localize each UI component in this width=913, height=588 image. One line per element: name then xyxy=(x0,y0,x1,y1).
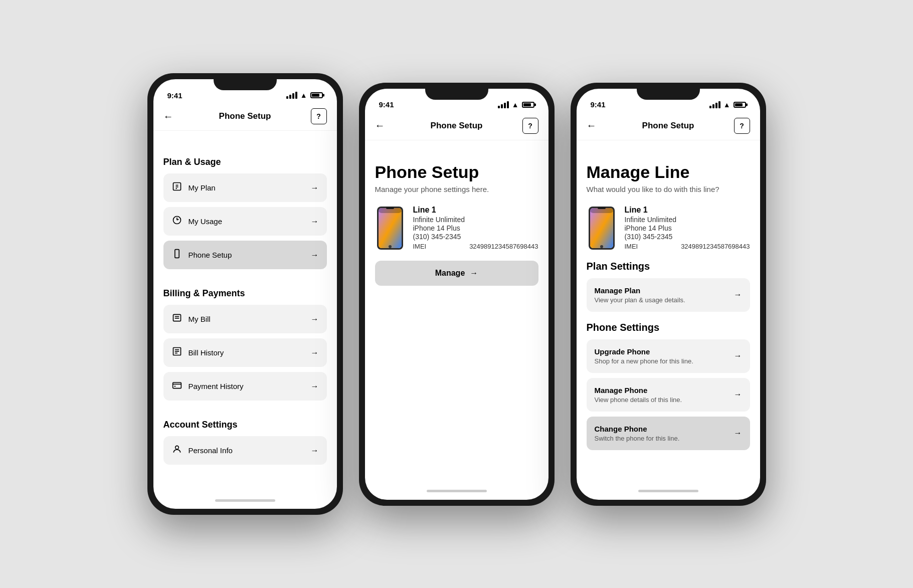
nav-title-3: Phone Setup xyxy=(642,121,694,131)
menu-item-personal-info[interactable]: Personal Info → xyxy=(163,436,327,465)
svg-rect-22 xyxy=(379,208,402,213)
screen2-page-subtitle: Manage your phone settings here. xyxy=(375,185,538,193)
imei-value-2: 3249891234587698443 xyxy=(469,243,538,250)
personal-info-icon xyxy=(171,444,182,457)
battery-icon-3 xyxy=(734,102,746,108)
signal-icon-2 xyxy=(498,101,509,108)
battery-icon-1 xyxy=(310,92,323,98)
imei-value-3: 3249891234587698443 xyxy=(681,243,750,250)
signal-icon-3 xyxy=(709,101,720,108)
home-indicator-3 xyxy=(577,483,760,500)
menu-item-my-bill[interactable]: My Bill → xyxy=(163,305,327,333)
line-device-3: iPhone 14 Plus xyxy=(625,224,750,232)
usage-arrow: → xyxy=(311,217,319,226)
plan-arrow: → xyxy=(311,183,319,192)
back-button-2[interactable]: ← xyxy=(375,120,391,131)
line-imei-2: IMEI 3249891234587698443 xyxy=(413,243,538,250)
home-indicator-1 xyxy=(153,492,337,509)
status-time-3: 9:41 xyxy=(591,100,606,109)
manage-button[interactable]: Manage → xyxy=(375,261,538,286)
manage-plan-title: Manage Plan xyxy=(595,286,685,295)
my-bill-label: My Bill xyxy=(189,315,211,323)
line-device-2: iPhone 14 Plus xyxy=(413,224,538,232)
phone-setup-arrow: → xyxy=(311,251,319,260)
svg-rect-20 xyxy=(379,208,402,248)
line-phone-3: (310) 345-2345 xyxy=(625,233,750,241)
home-indicator-2 xyxy=(365,483,549,500)
line-card-2: Line 1 Infinite Unlimited iPhone 14 Plus… xyxy=(375,206,538,251)
line-name-3: Line 1 xyxy=(625,206,750,215)
help-button-3[interactable]: ? xyxy=(734,118,750,134)
menu-item-payment-history[interactable]: Payment History → xyxy=(163,372,327,401)
my-plan-label: My Plan xyxy=(189,183,216,192)
menu-item-phone-setup[interactable]: Phone Setup → xyxy=(163,241,327,269)
phone-frame-1: 9:41 ▲ ← Phone Setup ? xyxy=(147,73,343,515)
section-header-billing: Billing & Payments xyxy=(163,288,327,299)
svg-rect-16 xyxy=(174,386,175,387)
back-button-1[interactable]: ← xyxy=(163,111,179,122)
bill-icon xyxy=(171,313,182,325)
screen3-page-subtitle: What would you like to do with this line… xyxy=(587,185,750,193)
wifi-icon-1: ▲ xyxy=(300,91,307,99)
status-icons-1: ▲ xyxy=(286,91,323,99)
nav-bar-2: ← Phone Setup ? xyxy=(365,114,549,140)
nav-bar-3: ← Phone Setup ? xyxy=(577,114,760,140)
imei-label-2: IMEI xyxy=(413,243,427,250)
upgrade-phone-title: Upgrade Phone xyxy=(595,347,693,356)
phone-thumbnail-2 xyxy=(375,206,405,251)
bill-history-label: Bill History xyxy=(189,348,224,357)
bill-history-arrow: → xyxy=(311,348,319,357)
svg-rect-26 xyxy=(590,208,613,248)
phone-frame-2: 9:41 ▲ ← Phone Setup ? Phone Setup xyxy=(359,83,555,506)
svg-point-23 xyxy=(389,245,392,248)
plan-settings-header: Plan Settings xyxy=(587,261,750,272)
notch-3 xyxy=(637,83,700,100)
notch-2 xyxy=(425,83,488,100)
wifi-icon-2: ▲ xyxy=(512,101,519,109)
line-phone-2: (310) 345-2345 xyxy=(413,233,538,241)
setting-change-phone[interactable]: Change Phone Switch the phone for this l… xyxy=(587,417,750,450)
notch-1 xyxy=(214,73,277,90)
change-phone-desc: Switch the phone for this line. xyxy=(595,435,680,442)
setting-manage-phone[interactable]: Manage Phone View phone details of this … xyxy=(587,378,750,412)
phone-screen-1: 9:41 ▲ ← Phone Setup ? xyxy=(153,79,337,509)
wifi-icon-3: ▲ xyxy=(723,101,731,109)
setting-upgrade-phone[interactable]: Upgrade Phone Shop for a new phone for t… xyxy=(587,339,750,373)
battery-icon-2 xyxy=(522,102,534,108)
line-info-3: Line 1 Infinite Unlimited iPhone 14 Plus… xyxy=(625,206,750,250)
usage-icon xyxy=(171,215,182,228)
section-header-plan: Plan & Usage xyxy=(163,157,327,167)
menu-item-my-usage[interactable]: My Usage → xyxy=(163,207,327,236)
screen1-content: Plan & Usage My Plan → xyxy=(153,131,337,492)
setting-manage-plan[interactable]: Manage Plan View your plan & usage detai… xyxy=(587,278,750,312)
screen2-content: Phone Setup Manage your phone settings h… xyxy=(365,140,549,483)
menu-item-bill-history[interactable]: Bill History → xyxy=(163,338,327,367)
bill-history-icon xyxy=(171,346,182,359)
line-plan-3: Infinite Unlimited xyxy=(625,216,750,224)
personal-info-label: Personal Info xyxy=(189,446,233,455)
status-icons-2: ▲ xyxy=(498,101,534,109)
manage-phone-arrow: → xyxy=(734,390,742,399)
section-header-account: Account Settings xyxy=(163,420,327,430)
line-card-3: Line 1 Infinite Unlimited iPhone 14 Plus… xyxy=(587,206,750,251)
line-info-2: Line 1 Infinite Unlimited iPhone 14 Plus… xyxy=(413,206,538,250)
upgrade-phone-desc: Shop for a new phone for this line. xyxy=(595,357,693,365)
screen3-content: Manage Line What would you like to do wi… xyxy=(577,140,760,483)
manage-label: Manage xyxy=(435,269,465,278)
upgrade-phone-arrow: → xyxy=(734,351,742,360)
back-button-3[interactable]: ← xyxy=(587,120,603,131)
help-button-2[interactable]: ? xyxy=(522,118,538,134)
status-icons-3: ▲ xyxy=(709,101,746,109)
nav-title-2: Phone Setup xyxy=(431,121,483,131)
phone-setup-icon xyxy=(171,249,182,261)
status-time-2: 9:41 xyxy=(379,100,394,109)
help-button-1[interactable]: ? xyxy=(311,108,327,124)
manage-phone-desc: View phone details of this line. xyxy=(595,396,682,404)
screen2-page-title: Phone Setup xyxy=(375,162,538,182)
line-name-2: Line 1 xyxy=(413,206,538,215)
change-phone-arrow: → xyxy=(734,429,742,438)
svg-point-17 xyxy=(175,446,178,449)
svg-point-29 xyxy=(600,245,603,248)
menu-item-my-plan[interactable]: My Plan → xyxy=(163,173,327,202)
payment-history-icon xyxy=(171,380,182,393)
